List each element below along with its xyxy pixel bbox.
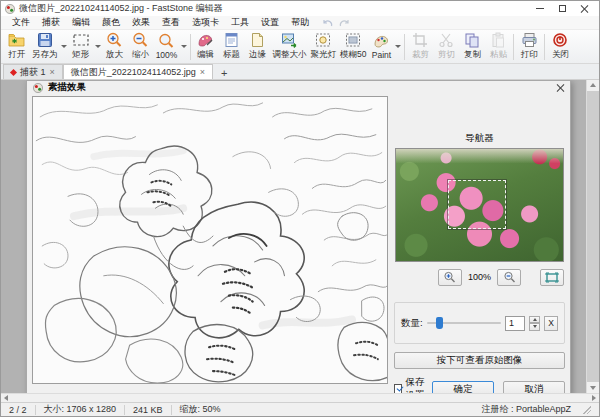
amount-spinner <box>529 316 540 331</box>
menu-tabs[interactable]: 选项卡 <box>187 15 224 30</box>
edit-palette-icon <box>197 32 214 48</box>
amount-reset-button[interactable]: X <box>544 316 558 331</box>
amount-input[interactable]: 1 <box>505 316 525 331</box>
ok-button[interactable]: 确定 <box>432 381 494 394</box>
menu-file[interactable]: 文件 <box>7 15 35 30</box>
resize-grip-icon[interactable] <box>583 406 591 414</box>
tab-capture-1[interactable]: 捕获 1 × <box>3 64 63 79</box>
amount-slider[interactable] <box>427 316 501 330</box>
scroll-left-icon[interactable] <box>4 395 8 401</box>
nav-fit-button[interactable] <box>540 269 564 286</box>
navigator-label: 导航器 <box>394 132 565 145</box>
maximize-button[interactable] <box>551 2 573 15</box>
rectangle-select-icon <box>72 32 90 48</box>
title-button[interactable]: 标题 <box>219 31 245 63</box>
vertical-scrollbar-thumb[interactable] <box>587 91 600 382</box>
resize-image-icon <box>281 32 298 48</box>
nav-zoom-out-icon <box>503 271 516 283</box>
tab-close-icon[interactable]: × <box>50 67 55 77</box>
blur50-button[interactable]: 模糊50 <box>338 31 368 63</box>
print-button[interactable]: 打印 <box>516 31 542 63</box>
navigator-thumbnail[interactable] <box>395 148 564 262</box>
horizontal-scrollbar[interactable] <box>1 393 599 402</box>
sketch-preview[interactable] <box>32 96 388 384</box>
menu-settings[interactable]: 设置 <box>256 15 284 30</box>
main-toolbar: 打开 另存为 矩形 放大 缩小 100% 编辑 <box>1 30 599 64</box>
cut-button: 剪切 <box>433 31 459 63</box>
status-separator <box>35 405 36 415</box>
view-original-button[interactable]: 按下可查看原始图像 <box>394 352 565 369</box>
rectangle-select-button[interactable]: 矩形 <box>68 31 94 63</box>
navigator-selection-rect[interactable] <box>448 180 506 228</box>
spinner-up-button[interactable] <box>529 316 540 324</box>
status-zoom: 缩放: 50% <box>180 403 221 416</box>
save-as-button[interactable]: 另存为 <box>30 31 60 63</box>
scroll-right-icon[interactable] <box>592 395 596 401</box>
spotlight-button[interactable]: 聚光灯 <box>309 31 339 63</box>
status-registered-to: 注册给 : PortableAppZ <box>481 403 571 416</box>
zoom-100-icon <box>158 33 175 49</box>
dialog-close-icon[interactable] <box>556 84 564 92</box>
slider-thumb[interactable] <box>436 317 443 329</box>
cancel-button[interactable]: 取消 <box>503 381 565 394</box>
menu-capture[interactable]: 捕获 <box>37 15 65 30</box>
dialog-bottom-row: 保存设置 确定 取消 <box>394 376 565 393</box>
statusbar: 2 / 2 大小: 1706 x 1280 241 KB 缩放: 50% 注册给… <box>1 402 599 416</box>
open-button[interactable]: 打开 <box>4 31 30 63</box>
dialog-titlebar[interactable]: 素描效果 <box>27 81 570 94</box>
nav-zoom-in-icon <box>443 271 456 283</box>
menu-effects[interactable]: 效果 <box>127 15 155 30</box>
spinner-down-button[interactable] <box>529 323 540 331</box>
faststone-editor-window: 微信图片_20221024114052.jpg - FastStone 编辑器 … <box>0 0 600 417</box>
toolbar-separator <box>404 34 405 60</box>
zoom-100-button[interactable]: 100% <box>154 31 180 63</box>
new-tab-button[interactable]: + <box>213 67 235 79</box>
nav-zoom-in-button[interactable] <box>438 269 462 286</box>
status-separator <box>171 405 172 415</box>
horizontal-scrollbar-track[interactable] <box>11 395 589 402</box>
paste-clipboard-icon <box>490 32 506 48</box>
zoom-dropdown-arrow[interactable] <box>181 45 187 48</box>
tab-current-image[interactable]: 微信图片_20221024114052.jpg × <box>63 64 213 79</box>
menu-edit[interactable]: 编辑 <box>67 15 95 30</box>
undo-icon[interactable] <box>322 18 334 28</box>
close-icon <box>580 5 588 13</box>
faststone-logo-icon <box>5 4 15 14</box>
paint-dropdown-arrow[interactable] <box>395 45 401 48</box>
save-icon <box>37 32 53 48</box>
edge-button[interactable]: 边缘 <box>245 31 271 63</box>
menu-help[interactable]: 帮助 <box>286 15 314 30</box>
scroll-up-icon[interactable] <box>590 83 596 87</box>
zoom-out-button[interactable]: 缩小 <box>128 31 154 63</box>
status-page-count: 2 / 2 <box>9 405 27 415</box>
close-file-button[interactable]: 关闭 <box>547 31 573 63</box>
minimize-icon <box>536 8 544 9</box>
navigator-controls: 100% <box>395 268 564 286</box>
save-settings-checkbox[interactable]: 保存设置 <box>394 376 432 393</box>
nav-fit-icon <box>545 272 559 283</box>
paint-button[interactable]: Paint <box>368 31 394 63</box>
menu-tools[interactable]: 工具 <box>226 15 254 30</box>
printer-icon <box>521 32 538 48</box>
resize-button[interactable]: 调整大小 <box>271 31 309 63</box>
zoom-in-button[interactable]: 放大 <box>102 31 128 63</box>
scissors-icon <box>438 32 454 48</box>
workspace: 素描效果 <box>1 80 599 393</box>
paint-palette-icon <box>373 33 390 49</box>
redo-icon[interactable] <box>338 18 350 28</box>
tabbar: 捕获 1 × 微信图片_20221024114052.jpg × + <box>1 64 599 80</box>
menu-view[interactable]: 查看 <box>157 15 185 30</box>
edit-button[interactable]: 编辑 <box>193 31 219 63</box>
close-window-button[interactable] <box>573 2 595 15</box>
tab-close-icon[interactable]: × <box>200 67 205 77</box>
minimize-button[interactable] <box>529 2 551 15</box>
copy-button[interactable]: 复制 <box>459 31 485 63</box>
dialog-body: 导航器 100% <box>27 94 570 393</box>
save-as-dropdown-arrow[interactable] <box>61 45 67 48</box>
rectangle-dropdown-arrow[interactable] <box>95 45 101 48</box>
nav-zoom-out-button[interactable] <box>497 269 521 286</box>
status-file-size: 241 KB <box>133 405 163 415</box>
scroll-down-icon[interactable] <box>590 386 596 390</box>
vertical-scrollbar[interactable] <box>586 80 599 393</box>
menu-colors[interactable]: 颜色 <box>97 15 125 30</box>
